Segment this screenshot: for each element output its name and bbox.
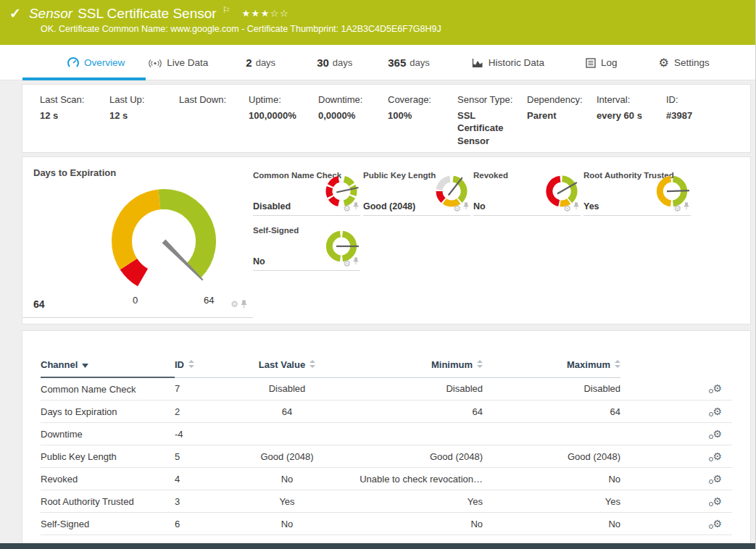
channel-settings-icon[interactable]: ⚙: [713, 474, 722, 484]
cell-last: 64: [233, 401, 341, 423]
info-interval: Interval:every 60 s: [597, 94, 666, 152]
tab-label: Settings: [674, 57, 710, 68]
info-sensor-type: Sensor Type:SSL Certificate Sensor: [457, 94, 527, 152]
flag-icon[interactable]: ⚐: [223, 5, 230, 15]
gear-icon[interactable]: ⚙: [343, 259, 351, 268]
channel-settings-icon[interactable]: ⚙: [713, 519, 722, 529]
cell-channel: Public Key Length: [41, 445, 175, 468]
info-label: Last Up:: [109, 94, 170, 106]
cell-channel: Self-Signed: [41, 513, 175, 535]
cell-id: 7: [175, 377, 233, 401]
sort-toggle-icon: [188, 359, 194, 370]
prtg-sensor-page: ✓ Sensor SSL Certificate Sensor ⚐ ★★★☆☆ …: [0, 0, 756, 549]
info-value: 12 s: [109, 109, 170, 122]
channel-row-downtime: Downtime-4⚙: [41, 423, 732, 445]
cell-id: 2: [175, 401, 233, 423]
column-header-channel[interactable]: Channel: [41, 359, 175, 377]
cell-id: 5: [175, 445, 233, 468]
gauge-current-value: No: [473, 201, 486, 211]
info-last-down: Last Down:: [179, 94, 249, 152]
cell-max: No: [483, 513, 620, 535]
tab-label: days: [333, 57, 352, 68]
info-label: ID:: [666, 94, 727, 106]
pin-icon[interactable]: [573, 200, 579, 213]
column-label: ID: [175, 359, 184, 370]
channel-settings-icon[interactable]: ⚙: [713, 406, 722, 416]
channel-settings-icon[interactable]: ⚙: [713, 451, 722, 461]
gauge-current-value: Disabled: [253, 201, 291, 211]
cell-id: 6: [175, 513, 233, 535]
column-label: Minimum: [431, 359, 473, 370]
tab-live-data[interactable]: Live Data: [149, 57, 208, 68]
pin-icon[interactable]: [241, 300, 247, 309]
tab-log[interactable]: Log: [586, 57, 618, 68]
cell-max: [483, 423, 620, 445]
cell-min: Disabled: [341, 377, 483, 401]
tab-overview[interactable]: Overview: [67, 56, 125, 68]
gear-icon[interactable]: ⚙: [453, 204, 461, 213]
column-header-id[interactable]: ID: [175, 359, 233, 377]
info-uptime: Uptime:100,0000%: [249, 94, 318, 152]
historic-data-icon: [472, 58, 483, 68]
cell-min: Yes: [341, 490, 483, 513]
cell-max: No: [483, 468, 620, 490]
sort-toggle-icon: [477, 359, 483, 370]
column-label: Last Value: [259, 359, 305, 370]
cell-max: Yes: [483, 490, 620, 513]
info-value: every 60 s: [597, 109, 657, 122]
column-header-maximum[interactable]: Maximum: [483, 359, 620, 377]
gauge-scale-max: 64: [204, 295, 214, 306]
tab-label: days: [410, 57, 429, 68]
priority-stars[interactable]: ★★★☆☆: [241, 8, 289, 19]
channel-settings-icon[interactable]: ⚙: [713, 496, 722, 506]
cell-actions: ⚙: [620, 513, 732, 535]
channel-row-common-name-check: Common Name Check7DisabledDisabledDisabl…: [41, 377, 732, 401]
tab-number: 30: [317, 56, 329, 69]
tab-365-days[interactable]: 365days: [388, 56, 430, 69]
gauge-tile-public-key-length: Public Key LengthGood (2048)⚙: [363, 164, 470, 216]
cell-channel: Common Name Check: [41, 377, 175, 401]
channel-settings-icon[interactable]: ⚙: [713, 383, 722, 393]
info-downtime: Downtime:0,0000%: [318, 94, 388, 152]
small-gauge-tiles: Common Name CheckDisabled⚙Public Key Len…: [253, 157, 705, 274]
channel-row-self-signed: Self-Signed6NoNoNo⚙: [41, 513, 732, 535]
column-label: Maximum: [567, 359, 610, 370]
tab-label: Live Data: [167, 57, 208, 68]
gear-icon[interactable]: ⚙: [230, 300, 238, 309]
info-label: Uptime:: [249, 94, 310, 106]
info-label: Dependency:: [527, 94, 588, 106]
pin-icon[interactable]: [353, 200, 359, 213]
channel-settings-icon[interactable]: ⚙: [713, 429, 722, 439]
cell-channel: Downtime: [41, 423, 175, 445]
gauge-scale-min: 0: [133, 295, 138, 306]
cell-min: [341, 423, 483, 445]
gear-icon[interactable]: ⚙: [673, 204, 681, 213]
days-to-expiration-gauge: [44, 169, 276, 298]
tab-30-days[interactable]: 30days: [317, 56, 352, 69]
channels-table: ChannelIDLast ValueMinimumMaximum Common…: [41, 359, 732, 535]
gear-icon[interactable]: ⚙: [563, 204, 571, 213]
cell-actions: ⚙: [620, 445, 732, 468]
gear-icon[interactable]: ⚙: [343, 204, 351, 213]
gauge-tile-root-authority-trusted: Root Authority TrustedYes⚙: [583, 164, 691, 216]
channel-row-root-authority-trusted: Root Authority Trusted3YesYesYes⚙: [41, 490, 732, 513]
tab-settings[interactable]: ⚙Settings: [659, 56, 710, 68]
column-header-minimum[interactable]: Minimum: [341, 359, 483, 377]
gauge-current-value: No: [253, 256, 265, 267]
gauge-tile-common-name-check: Common Name CheckDisabled⚙: [253, 164, 360, 216]
channel-row-days-to-expiration: Days to Expiration2646464⚙: [41, 401, 732, 423]
info-label: Coverage:: [388, 94, 449, 106]
info-value: Parent: [527, 109, 588, 122]
status-ok-check-icon: ✓: [9, 5, 21, 22]
column-header-last-value[interactable]: Last Value: [233, 359, 341, 377]
settings-gear-icon: ⚙: [659, 57, 669, 69]
channel-row-revoked: Revoked4NoUnable to check revocation…No⚙: [41, 468, 732, 490]
tab-historic-data[interactable]: Historic Data: [472, 57, 544, 68]
pin-icon[interactable]: [463, 200, 469, 213]
tab-2-days[interactable]: 2days: [246, 56, 275, 69]
tab-bar: OverviewLive Data2days30days365daysHisto…: [0, 45, 755, 80]
pin-icon[interactable]: [353, 255, 359, 268]
cell-last: [233, 423, 341, 445]
column-header-actions: [620, 359, 732, 377]
pin-icon[interactable]: [684, 200, 689, 213]
